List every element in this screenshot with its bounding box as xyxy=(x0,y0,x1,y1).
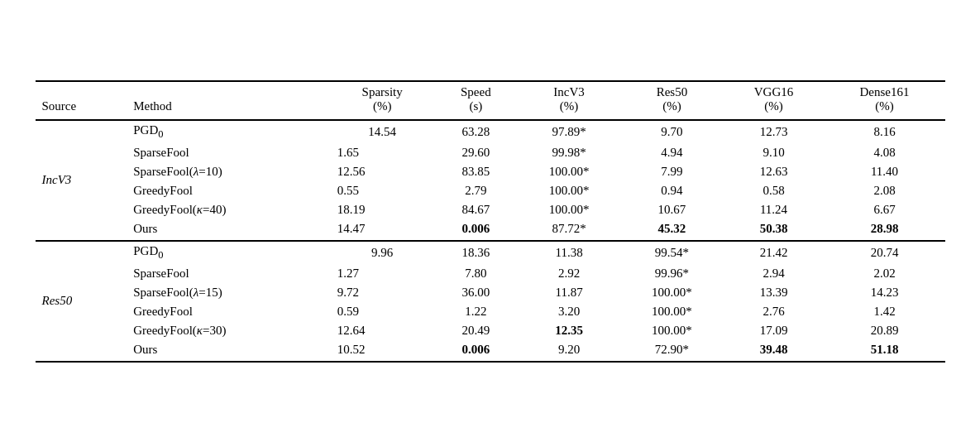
header-row: Source Method Sparsity (%) Speed (s) Inc… xyxy=(36,81,945,118)
incv3-cell: 100.00* xyxy=(518,162,620,181)
method-cell: Ours xyxy=(127,219,330,241)
col-sparsity-sub: (%) xyxy=(373,99,392,113)
sparsity-cell: 1.27 xyxy=(331,264,434,283)
dense161-cell: 20.74 xyxy=(825,241,945,264)
sparsity-cell: 18.19 xyxy=(331,200,434,219)
col-source-label: Source xyxy=(42,99,77,113)
incv3-cell: 100.00* xyxy=(518,200,620,219)
col-speed-sub: (s) xyxy=(469,99,482,113)
speed-cell: 63.28 xyxy=(434,120,518,143)
incv3-cell: 99.98* xyxy=(518,143,620,162)
sparsity-cell: 14.54 xyxy=(331,120,434,143)
vgg16-cell: 11.24 xyxy=(724,200,825,219)
sparsity-cell: 14.47 xyxy=(331,219,434,241)
incv3-cell: 11.38 xyxy=(518,241,620,264)
res50-cell: 100.00* xyxy=(620,302,723,321)
vgg16-cell: 12.63 xyxy=(724,162,825,181)
vgg16-cell: 17.09 xyxy=(724,321,825,340)
dense161-cell: 6.67 xyxy=(825,200,945,219)
dense161-cell: 2.08 xyxy=(825,181,945,200)
col-sparsity-label: Sparsity xyxy=(362,85,403,98)
vgg16-cell: 2.94 xyxy=(724,264,825,283)
table-row: IncV3PGD014.5463.2897.89*9.7012.738.16 xyxy=(36,120,945,143)
incv3-cell: 87.72* xyxy=(518,219,620,241)
speed-cell: 20.49 xyxy=(434,321,518,340)
table-row: SparseFool1.6529.6099.98*4.949.104.08 xyxy=(36,143,945,162)
res50-cell: 4.94 xyxy=(620,143,723,162)
vgg16-cell: 13.39 xyxy=(724,283,825,302)
incv3-cell: 12.35 xyxy=(518,321,620,340)
method-cell: SparseFool xyxy=(127,264,330,283)
col-speed-label: Speed xyxy=(461,85,491,98)
method-cell: PGD0 xyxy=(127,120,330,143)
incv3-cell: 100.00* xyxy=(518,181,620,200)
method-cell: SparseFool(λ=10) xyxy=(127,162,330,181)
vgg16-cell: 50.38 xyxy=(724,219,825,241)
vgg16-cell: 9.10 xyxy=(724,143,825,162)
incv3-cell: 3.20 xyxy=(518,302,620,321)
col-sparsity: Sparsity (%) xyxy=(331,81,434,118)
source-cell: IncV3 xyxy=(36,120,127,241)
dense161-cell: 1.42 xyxy=(825,302,945,321)
vgg16-cell: 0.58 xyxy=(724,181,825,200)
method-cell: GreedyFool xyxy=(127,302,330,321)
res50-cell: 9.70 xyxy=(620,120,723,143)
col-speed: Speed (s) xyxy=(434,81,518,118)
col-source: Source xyxy=(36,81,127,118)
incv3-cell: 9.20 xyxy=(518,340,620,362)
table-row: GreedyFool0.591.223.20100.00*2.761.42 xyxy=(36,302,945,321)
speed-cell: 36.00 xyxy=(434,283,518,302)
speed-cell: 1.22 xyxy=(434,302,518,321)
speed-cell: 29.60 xyxy=(434,143,518,162)
col-vgg16: VGG16 (%) xyxy=(724,81,825,118)
speed-cell: 0.006 xyxy=(434,340,518,362)
table-row: Ours14.470.00687.72*45.3250.3828.98 xyxy=(36,219,945,241)
table-row: SparseFool(λ=15)9.7236.0011.87100.00*13.… xyxy=(36,283,945,302)
col-res50: Res50 (%) xyxy=(620,81,723,118)
incv3-cell: 11.87 xyxy=(518,283,620,302)
vgg16-cell: 12.73 xyxy=(724,120,825,143)
method-cell: PGD0 xyxy=(127,241,330,264)
col-dense161-sub: (%) xyxy=(875,99,894,113)
col-res50-sub: (%) xyxy=(662,99,681,113)
sparsity-cell: 10.52 xyxy=(331,340,434,362)
table-row: Ours10.520.0069.2072.90*39.4851.18 xyxy=(36,340,945,362)
res50-cell: 0.94 xyxy=(620,181,723,200)
dense161-cell: 2.02 xyxy=(825,264,945,283)
vgg16-cell: 39.48 xyxy=(724,340,825,362)
vgg16-cell: 2.76 xyxy=(724,302,825,321)
table-row: GreedyFool(κ=40)18.1984.67100.00*10.6711… xyxy=(36,200,945,219)
method-cell: SparseFool(λ=15) xyxy=(127,283,330,302)
table-row: Res50PGD09.9618.3611.3899.54*21.4220.74 xyxy=(36,241,945,264)
incv3-cell: 2.92 xyxy=(518,264,620,283)
res50-cell: 99.54* xyxy=(620,241,723,264)
method-cell: Ours xyxy=(127,340,330,362)
col-dense161: Dense161 (%) xyxy=(825,81,945,118)
dense161-cell: 28.98 xyxy=(825,219,945,241)
incv3-cell: 97.89* xyxy=(518,120,620,143)
col-method-label: Method xyxy=(133,99,172,113)
col-incv3: IncV3 (%) xyxy=(518,81,620,118)
speed-cell: 83.85 xyxy=(434,162,518,181)
table-container: Source Method Sparsity (%) Speed (s) Inc… xyxy=(36,64,945,379)
col-dense161-label: Dense161 xyxy=(860,85,910,98)
dense161-cell: 8.16 xyxy=(825,120,945,143)
method-cell: GreedyFool xyxy=(127,181,330,200)
sparsity-cell: 0.59 xyxy=(331,302,434,321)
sparsity-cell: 0.55 xyxy=(331,181,434,200)
speed-cell: 0.006 xyxy=(434,219,518,241)
res50-cell: 7.99 xyxy=(620,162,723,181)
method-cell: SparseFool xyxy=(127,143,330,162)
sparsity-cell: 1.65 xyxy=(331,143,434,162)
col-vgg16-sub: (%) xyxy=(764,99,783,113)
dense161-cell: 51.18 xyxy=(825,340,945,362)
speed-cell: 2.79 xyxy=(434,181,518,200)
col-incv3-label: IncV3 xyxy=(553,85,585,98)
sparsity-cell: 12.56 xyxy=(331,162,434,181)
res50-cell: 45.32 xyxy=(620,219,723,241)
table-row: SparseFool1.277.802.9299.96*2.942.02 xyxy=(36,264,945,283)
col-res50-label: Res50 xyxy=(657,85,688,98)
dense161-cell: 11.40 xyxy=(825,162,945,181)
vgg16-cell: 21.42 xyxy=(724,241,825,264)
speed-cell: 18.36 xyxy=(434,241,518,264)
